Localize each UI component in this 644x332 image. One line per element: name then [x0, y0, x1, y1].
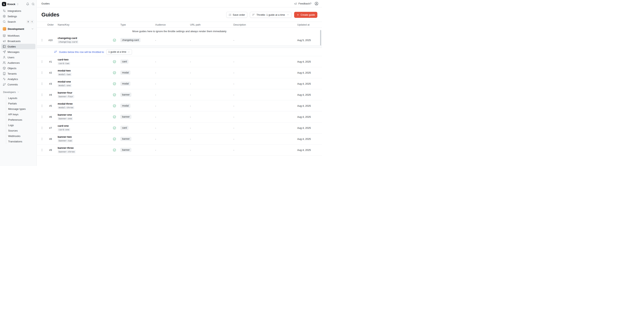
guide-name-cell: banner-one banner-one [56, 113, 110, 120]
drag-handle[interactable] [38, 71, 45, 74]
drag-handle[interactable] [38, 115, 45, 119]
shortcut-key: K [30, 20, 34, 24]
developers-section-label: Developers [3, 91, 16, 94]
guide-row[interactable]: #6 banner-one banner-one banner - - - Au… [37, 111, 322, 122]
guide-status-cell [110, 39, 119, 42]
guide-type-badge: modal [120, 82, 130, 86]
send-icon [3, 50, 6, 54]
sidebar-item-workflows[interactable]: Workflows [1, 33, 36, 38]
page-actions: Save order Throttle: 1 guide at a time C… [226, 12, 317, 18]
sidebar-item-search[interactable]: Search ⌘K [1, 19, 36, 25]
drag-handle[interactable] [38, 93, 45, 97]
guide-row[interactable]: #10 changelog-card changelog-card change… [37, 35, 322, 45]
check-circle-icon [113, 126, 116, 130]
guide-order: #5 [45, 104, 56, 107]
chevron-down-icon [128, 51, 130, 53]
guide-url-path: - [188, 60, 231, 63]
sort-desc-icon [54, 50, 57, 54]
sidebar-item-label: Sources [8, 129, 18, 132]
environment-label: Development [8, 28, 24, 31]
grip-icon [40, 60, 44, 63]
guide-row[interactable]: #7 card-one card-one card - - - Aug 4, 2… [37, 122, 322, 133]
save-order-button[interactable]: Save order [226, 12, 248, 18]
guide-type-cell: banner [119, 115, 153, 119]
sidebar-item-preferences[interactable]: Preferences [6, 117, 36, 122]
logo-letter: k [3, 3, 5, 6]
throttle-button[interactable]: Throttle: 1 guide at a time [250, 12, 292, 18]
user-avatar[interactable] [314, 2, 318, 6]
guide-order: #10 [45, 39, 56, 42]
guide-row[interactable]: #8 banner-two banner-two banner - - - Au… [37, 133, 322, 145]
plus-icon [296, 13, 299, 16]
chevron-down-icon [17, 91, 20, 93]
shortcut-keys: ⌘K [26, 20, 34, 24]
sidebar-item-analytics[interactable]: Analytics [1, 76, 36, 82]
sidebar-item-translations[interactable]: Translations [6, 139, 36, 144]
guide-row[interactable]: #5 modal-three modal-three modal - - - A… [37, 100, 322, 111]
sidebar-item-guides[interactable]: Guides [1, 44, 36, 49]
guide-key: modal-two [58, 73, 72, 76]
throttle-divider-select[interactable]: 1 guide at a time [106, 49, 132, 55]
guide-description: - [231, 60, 295, 63]
environment-switcher[interactable]: Development [1, 26, 36, 32]
drag-handle[interactable] [38, 137, 45, 141]
sidebar-item-layouts[interactable]: Layouts [6, 95, 36, 101]
sidebar-item-messages[interactable]: Messages [1, 49, 36, 55]
guide-updated-at: Aug 4, 2025 [295, 60, 322, 63]
guide-row[interactable]: #2 modal-two modal-two modal - - - Aug 4… [37, 67, 322, 78]
sidebar-item-message-types[interactable]: Message types [6, 106, 36, 112]
topbar: Guides Feedback? [37, 0, 322, 7]
sidebar-item-settings[interactable]: Settings [1, 14, 36, 19]
sidebar-item-logs[interactable]: Logs [6, 122, 36, 128]
guide-row[interactable]: #4 banner-four banner-four banner - - - … [37, 89, 322, 100]
sidebar-item-broadcasts[interactable]: Broadcasts [1, 38, 36, 44]
grip-icon [40, 148, 44, 152]
chevrons-up-down-icon[interactable] [16, 3, 19, 6]
sidebar-item-webhooks[interactable]: Webhooks [6, 133, 36, 139]
guide-audience: - [153, 60, 188, 63]
sidebar-item-commits[interactable]: Commits [1, 82, 36, 87]
sidebar-item-sources[interactable]: Sources [6, 128, 36, 133]
guide-description: - [231, 149, 295, 151]
sidebar-item-label: Logs [8, 124, 14, 127]
drag-handle[interactable] [38, 39, 45, 42]
pinned-section-notice: Move guides here to ignore the throttle … [37, 28, 322, 35]
guide-type-badge: modal [120, 71, 130, 75]
content: Guides Save order Throttle: 1 guide at a… [37, 7, 322, 166]
guide-audience: - [153, 138, 188, 140]
knock-logo[interactable]: k [2, 2, 6, 6]
sidebar-item-users[interactable]: Users [1, 55, 36, 60]
guide-url-path: - [188, 39, 231, 42]
drag-handle[interactable] [38, 60, 45, 63]
create-guide-button[interactable]: Create guide [294, 12, 317, 18]
column-audience: Audience [153, 23, 188, 26]
bell-icon[interactable] [26, 3, 29, 6]
sidebar-item-partials[interactable]: Partials [6, 101, 36, 106]
sidebar-item-objects[interactable]: Objects [1, 66, 36, 71]
guide-row[interactable]: #9 banner-three banner-three banner - - … [37, 145, 322, 156]
developers-section-toggle[interactable]: Developers [1, 90, 36, 95]
guide-key: card-two [58, 62, 70, 65]
scrollbar-thumb[interactable] [320, 30, 321, 46]
drag-handle[interactable] [38, 126, 45, 130]
sidebar-item-tenants[interactable]: Tenants [1, 71, 36, 76]
guide-row[interactable]: #1 card-two card-two card - - - Aug 4, 2… [37, 56, 322, 67]
sidebar-item-api-keys[interactable]: API keys [6, 112, 36, 117]
drag-handle[interactable] [38, 104, 45, 108]
throttle-divider-row: Guides below this row will be throttled … [37, 48, 322, 56]
breadcrumb: Guides [42, 2, 50, 5]
sidebar-item-label: Partials [8, 102, 17, 105]
feedback-button[interactable]: Feedback? [294, 2, 311, 5]
sidebar-item-audiences[interactable]: Audiences [1, 60, 36, 66]
guide-status-cell [110, 71, 119, 74]
guide-updated-at: Aug 4, 2025 [295, 115, 322, 118]
sidebar-item-integrations[interactable]: Integrations [1, 8, 36, 14]
drag-handle[interactable] [38, 82, 45, 85]
search-icon[interactable] [32, 3, 35, 6]
building-icon [3, 72, 6, 75]
guide-row[interactable]: #3 modal-one modal-one modal - - - Aug 4… [37, 78, 322, 89]
guide-name-cell: banner-two banner-two [56, 135, 110, 142]
guide-description: - [231, 115, 295, 118]
sidebar-item-label: Integrations [8, 10, 21, 13]
drag-handle[interactable] [38, 148, 45, 152]
